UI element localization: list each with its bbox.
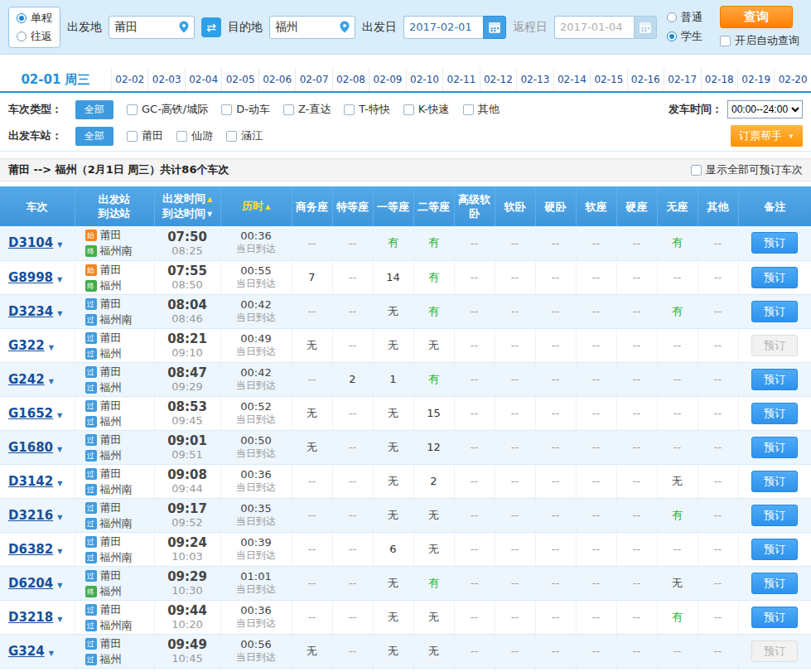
train-type-checkbox[interactable]: Z-直达: [283, 102, 331, 117]
sort-asc-icon[interactable]: ▲: [207, 196, 212, 203]
expand-caret-icon[interactable]: ▼: [57, 276, 62, 283]
date-tab[interactable]: 02-10: [406, 68, 442, 91]
book-button[interactable]: 预订: [751, 437, 798, 458]
train-type-checkbox[interactable]: D-动车: [221, 102, 270, 117]
return-date-input[interactable]: 2017-01-04: [554, 16, 634, 39]
book-button[interactable]: 预订: [751, 573, 798, 594]
date-tab[interactable]: 02-02: [111, 68, 147, 91]
depart-station-name: 莆田: [100, 365, 122, 378]
train-number-link[interactable]: D3218: [8, 610, 53, 625]
date-tab[interactable]: 02-07: [295, 68, 331, 91]
date-tab[interactable]: 02-20: [774, 68, 810, 91]
date-tab[interactable]: 02-14: [553, 68, 590, 91]
depart-station-checkbox[interactable]: 涵江: [226, 128, 263, 143]
book-button[interactable]: 预订: [751, 232, 798, 254]
book-button[interactable]: 预订: [751, 539, 798, 560]
train-number-link[interactable]: G242: [8, 372, 45, 387]
train-number-link[interactable]: D3234: [8, 304, 53, 319]
show-all-bookable-checkbox[interactable]: 显示全部可预订车次: [691, 162, 803, 177]
depart-time-select[interactable]: 00:00--24:00: [727, 100, 803, 118]
book-button[interactable]: 预订: [751, 607, 798, 628]
sort-asc-icon[interactable]: ▲: [265, 203, 270, 210]
expand-caret-icon[interactable]: ▼: [57, 241, 62, 249]
train-type-checkbox[interactable]: GC-高铁/城际: [127, 102, 208, 117]
date-tab[interactable]: 02-12: [480, 68, 516, 91]
times-cell: 09:29 10:30: [154, 566, 220, 600]
date-tab[interactable]: 02-03: [147, 68, 184, 91]
book-button[interactable]: 预订: [751, 471, 798, 492]
book-button[interactable]: 预订: [751, 369, 798, 390]
depart-station-all-button[interactable]: 全部: [75, 127, 113, 146]
one-way-radio[interactable]: 单程: [17, 11, 52, 26]
expand-caret-icon[interactable]: ▼: [57, 616, 62, 623]
date-tab[interactable]: 02-09: [369, 68, 405, 91]
train-number-link[interactable]: G1680: [8, 440, 53, 455]
train-number-link[interactable]: G324: [8, 644, 45, 659]
normal-passenger-radio[interactable]: 普通: [667, 10, 702, 25]
swap-stations-icon[interactable]: ⇄: [201, 17, 221, 37]
train-type-checkbox[interactable]: T-特快: [344, 102, 389, 117]
return-calendar-icon[interactable]: [634, 16, 657, 39]
date-tab[interactable]: 02-15: [590, 68, 626, 91]
date-tab[interactable]: 02-11: [442, 68, 479, 91]
checkbox-icon: [221, 104, 232, 115]
seat-availability-cell: --: [616, 396, 657, 430]
duration-cell: 01:01 当日到达: [220, 566, 292, 600]
query-button[interactable]: 查询: [720, 6, 793, 28]
train-number-link[interactable]: D6204: [8, 576, 53, 591]
seat-availability-cell: --: [292, 668, 332, 672]
date-tab[interactable]: 02-08: [332, 68, 369, 91]
date-tab[interactable]: 02-17: [664, 68, 700, 91]
train-number-link[interactable]: D3216: [8, 508, 53, 523]
booking-helper-button[interactable]: 订票帮手 ▼: [731, 125, 803, 147]
train-number-link[interactable]: G8998: [8, 270, 53, 285]
train-type-checkbox[interactable]: 其他: [463, 102, 500, 117]
train-type-checkbox[interactable]: K-快速: [403, 102, 450, 117]
expand-caret-icon[interactable]: ▼: [49, 344, 54, 351]
sort-desc-icon[interactable]: ▼: [207, 210, 212, 218]
seat-availability-cell: --: [332, 260, 373, 294]
depart-calendar-icon[interactable]: [483, 16, 506, 39]
date-tab[interactable]: 02-04: [185, 68, 221, 91]
seat-availability-cell: --: [495, 328, 535, 362]
seat-availability-cell: 1: [373, 362, 413, 396]
arrive-station-name: 福州: [100, 279, 122, 292]
train-type-all-button[interactable]: 全部: [75, 100, 113, 119]
expand-caret-icon[interactable]: ▼: [57, 412, 62, 419]
expand-caret-icon[interactable]: ▼: [57, 582, 62, 589]
to-station-value: 福州: [275, 20, 298, 35]
book-button[interactable]: 预订: [751, 267, 798, 288]
book-button[interactable]: 预订: [751, 403, 798, 424]
train-number-link[interactable]: G1652: [8, 406, 53, 421]
expand-caret-icon[interactable]: ▼: [49, 378, 54, 385]
book-button[interactable]: 预订: [751, 505, 798, 526]
train-number-link[interactable]: D6382: [8, 542, 53, 557]
expand-caret-icon[interactable]: ▼: [49, 650, 54, 657]
duration-cell: 00:42 当日到达: [220, 362, 292, 396]
expand-caret-icon[interactable]: ▼: [57, 480, 62, 487]
from-station-input[interactable]: 莆田: [109, 16, 195, 39]
date-tab[interactable]: 02-16: [627, 68, 664, 91]
date-tab[interactable]: 02-18: [701, 68, 737, 91]
train-number-link[interactable]: G322: [8, 338, 45, 353]
auto-query-checkbox[interactable]: 开启自动查询: [720, 33, 799, 48]
train-number-link[interactable]: D3104: [8, 235, 53, 250]
student-passenger-radio[interactable]: 学生: [667, 29, 702, 44]
expand-caret-icon[interactable]: ▼: [57, 446, 62, 453]
expand-caret-icon[interactable]: ▼: [57, 310, 62, 317]
date-tab[interactable]: 02-13: [516, 68, 553, 91]
to-station-input[interactable]: 福州: [269, 16, 355, 39]
expand-caret-icon[interactable]: ▼: [57, 514, 62, 521]
book-button[interactable]: 预订: [751, 301, 798, 322]
date-tab[interactable]: 02-19: [737, 68, 774, 91]
round-trip-radio[interactable]: 往返: [17, 29, 52, 44]
depart-station-checkbox[interactable]: 仙游: [176, 128, 213, 143]
expand-caret-icon[interactable]: ▼: [57, 548, 62, 555]
depart-date-input[interactable]: 2017-02-01: [403, 16, 483, 39]
date-tab[interactable]: 02-05: [221, 68, 258, 91]
date-tab-active[interactable]: 02-01 周三: [0, 68, 111, 91]
depart-station-checkbox[interactable]: 莆田: [127, 128, 163, 143]
depart-time: 09:08: [155, 467, 220, 482]
date-tab[interactable]: 02-06: [258, 68, 295, 91]
train-number-link[interactable]: D3142: [8, 474, 53, 489]
